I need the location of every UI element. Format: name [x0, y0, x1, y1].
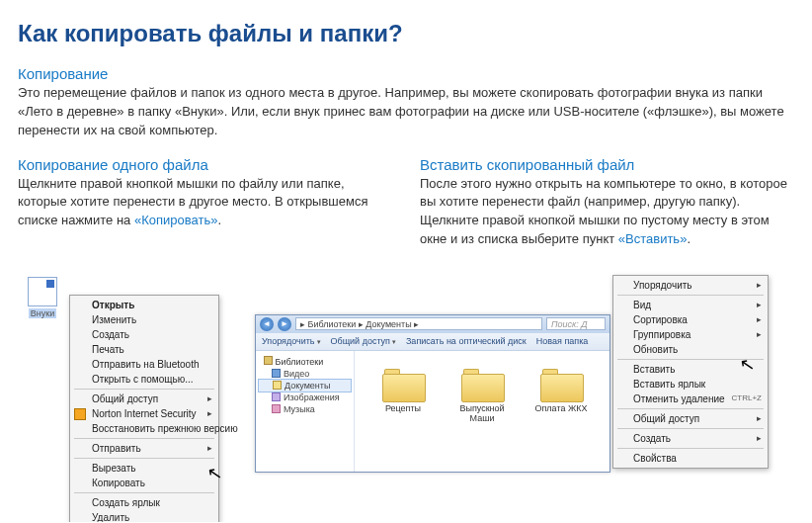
ctx-shortcut[interactable]: Создать ярлык — [70, 495, 218, 510]
ctx2-sort[interactable]: Сортировка — [613, 312, 768, 327]
section-one-text: Щелкните правой кнопкой мышки по файлу и… — [18, 175, 392, 231]
tb-burn[interactable]: Записать на оптический диск — [406, 336, 527, 346]
section-copy-head: Копирование — [18, 65, 794, 82]
tb-newfolder[interactable]: Новая папка — [536, 336, 588, 346]
norton-icon — [74, 408, 86, 420]
ctx2-sep — [617, 295, 764, 296]
tb-organize[interactable]: Упорядочить — [262, 336, 321, 346]
ctx-openwith[interactable]: Открыть с помощью... — [70, 372, 218, 387]
paste-link: «Вставить» — [618, 231, 688, 246]
section-one-file: Копирование одного файла Щелкните правой… — [18, 156, 392, 257]
section-paste: Вставить скопированный файл После этого … — [420, 156, 794, 257]
ctx2-share[interactable]: Общий доступ — [613, 411, 768, 426]
ctx-send[interactable]: Отправить — [70, 441, 218, 456]
music-icon — [272, 404, 281, 413]
ctx-sep — [74, 389, 214, 390]
desktop-file-label: Внуки — [29, 308, 56, 318]
search-input[interactable]: Поиск: Д — [546, 317, 606, 330]
ctx2-view[interactable]: Вид — [613, 298, 768, 312]
section-one-text-after: . — [217, 213, 221, 227]
ctx-sep — [74, 438, 214, 439]
ctx2-sep — [617, 408, 764, 409]
explorer-main: Рецепты Выпускной Маши Оплата ЖКХ — [355, 351, 609, 472]
images-icon — [272, 392, 281, 401]
figure-copy-context: Внуки Открыть Изменить Создать Печать От… — [18, 275, 225, 502]
ctx2-sep — [617, 428, 764, 429]
folder-icon — [540, 369, 582, 400]
tb-share[interactable]: Общий доступ — [331, 336, 396, 346]
ctx2-organize[interactable]: Упорядочить — [613, 278, 768, 293]
ctx-share[interactable]: Общий доступ — [70, 392, 218, 406]
side-images[interactable]: Изображения — [258, 392, 352, 403]
ctx-copy[interactable]: Копировать — [70, 476, 218, 490]
ctx2-sep — [617, 448, 764, 449]
ctx2-create[interactable]: Создать — [613, 431, 768, 446]
ctx-restore[interactable]: Восстановить прежнюю версию — [70, 421, 218, 436]
ctx-open[interactable]: Открыть — [70, 298, 218, 312]
folder-item[interactable]: Выпускной Маши — [451, 369, 513, 472]
video-icon — [272, 369, 281, 378]
explorer-sidebar: Библиотеки Видео Документы Изображения М… — [256, 351, 355, 472]
ctx-norton[interactable]: Norton Internet Security — [70, 406, 218, 421]
section-copy-text: Это перемещение файлов и папок из одного… — [18, 84, 794, 140]
folder-label: Рецепты — [385, 403, 421, 413]
desktop-file-icon[interactable]: Внуки — [22, 277, 63, 318]
ctx2-props[interactable]: Свойства — [613, 451, 768, 466]
folder-icon — [382, 369, 424, 400]
side-music[interactable]: Музыка — [258, 403, 352, 415]
ctx-bluetooth[interactable]: Отправить на Bluetooth — [70, 357, 218, 372]
nav-forward-button[interactable]: ► — [278, 317, 291, 331]
explorer-titlebar: ◄ ► ▸ Библиотеки ▸ Документы ▸ Поиск: Д — [256, 315, 609, 333]
section-paste-text-before: После этого нужно открыть на компьютере … — [420, 176, 787, 247]
nav-back-button[interactable]: ◄ — [260, 317, 274, 331]
ctx-sep — [74, 492, 214, 493]
folder-item[interactable]: Рецепты — [372, 369, 434, 472]
ctx2-undo[interactable]: Отменить удалениеCTRL+Z — [613, 392, 768, 406]
ctx2-group[interactable]: Группировка — [613, 327, 768, 342]
explorer-toolbar: Упорядочить Общий доступ Записать на опт… — [256, 333, 609, 351]
libraries-icon — [264, 356, 273, 365]
ctx-create[interactable]: Создать — [70, 327, 218, 342]
cursor-icon: ↖ — [205, 462, 224, 485]
section-paste-head: Вставить скопированный файл — [420, 156, 794, 173]
ctx2-paste-shortcut[interactable]: Вставить ярлык — [613, 377, 768, 392]
explorer-window: ◄ ► ▸ Библиотеки ▸ Документы ▸ Поиск: Д … — [255, 314, 610, 473]
ctx-delete[interactable]: Удалить — [70, 510, 218, 522]
ctx-print[interactable]: Печать — [70, 342, 218, 357]
context-menu-left: Открыть Изменить Создать Печать Отправит… — [69, 295, 219, 522]
section-paste-text-after: . — [687, 231, 690, 246]
documents-icon — [273, 381, 282, 390]
folder-label: Оплата ЖКХ — [534, 403, 587, 413]
document-icon — [28, 277, 57, 306]
folder-label: Выпускной Маши — [459, 403, 504, 423]
ctx-cut[interactable]: Вырезать — [70, 461, 218, 476]
ctx-edit[interactable]: Изменить — [70, 312, 218, 327]
ctx-sep — [74, 458, 214, 459]
side-docs[interactable]: Документы — [258, 379, 352, 392]
folder-icon — [461, 369, 503, 400]
section-paste-text: После этого нужно открыть на компьютере … — [420, 175, 794, 249]
page-title: Как копировать файлы и папки? — [18, 20, 794, 47]
figure-paste-explorer: ◄ ► ▸ Библиотеки ▸ Документы ▸ Поиск: Д … — [255, 275, 769, 482]
section-one-head: Копирование одного файла — [18, 156, 392, 173]
folder-item[interactable]: Оплата ЖКХ — [530, 369, 592, 472]
side-libs[interactable]: Библиотеки — [258, 355, 352, 368]
ctx2-undo-key: CTRL+Z — [732, 393, 762, 402]
copy-link: «Копировать» — [134, 213, 217, 227]
address-bar[interactable]: ▸ Библиотеки ▸ Документы ▸ — [295, 317, 542, 330]
section-copy: Копирование Это перемещение файлов и пап… — [18, 65, 794, 140]
